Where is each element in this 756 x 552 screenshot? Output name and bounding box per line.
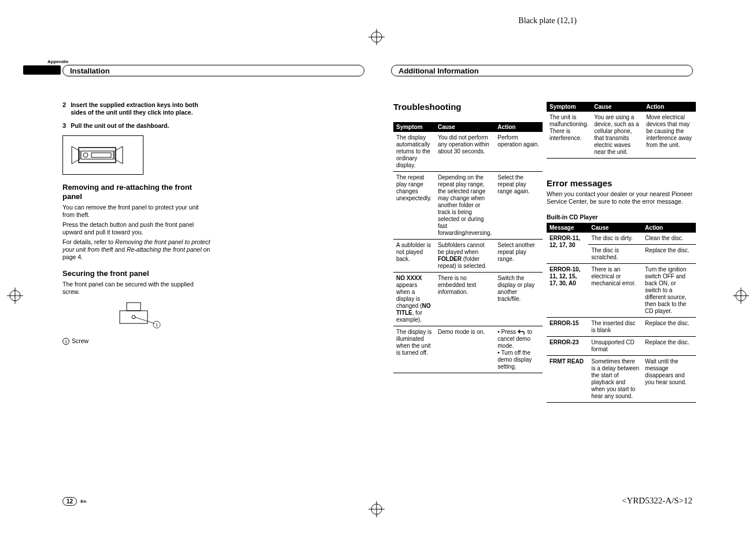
cell: The unit is malfunctioning. There is int… bbox=[547, 112, 591, 159]
cell: Replace the disc. bbox=[642, 245, 696, 264]
cell: Clean the disc. bbox=[642, 233, 696, 245]
step-2-text: Insert the supplied extraction keys into… bbox=[71, 101, 212, 116]
th-action: Action bbox=[495, 122, 543, 132]
back-arrow-icon bbox=[518, 329, 526, 335]
cell: You are using a device, such as a cellul… bbox=[591, 112, 643, 159]
doc-code: <YRD5322-A/S>12 bbox=[622, 496, 692, 506]
screw-callout: 1Screw bbox=[62, 337, 212, 345]
cell: Wait until the message disappears and yo… bbox=[642, 356, 696, 403]
removing-p3i2: Re-attaching the front panel bbox=[127, 246, 202, 253]
step-3-text: Pull the unit out of the dashboard. bbox=[71, 122, 169, 130]
section-additional-text: Additional Information bbox=[399, 67, 479, 75]
section-additional: Additional Information bbox=[391, 65, 693, 76]
svg-text:1: 1 bbox=[156, 322, 158, 327]
cell: Demo mode is on. bbox=[435, 326, 495, 373]
cell: You did not perform any operation within… bbox=[435, 132, 495, 172]
svg-rect-15 bbox=[91, 153, 111, 157]
crop-mark-left bbox=[6, 286, 24, 305]
page-lang: En bbox=[80, 499, 86, 504]
cell: The display automatically returns to the… bbox=[393, 132, 435, 172]
svg-rect-12 bbox=[79, 148, 116, 163]
troubleshooting-table-2: Symptom Cause Action The unit is malfunc… bbox=[547, 102, 696, 159]
cell: There is an electrical or mechanical err… bbox=[588, 264, 642, 318]
table-row: ERROR-23 Unsupported CD format Replace t… bbox=[547, 337, 696, 356]
callout-num: 1 bbox=[62, 338, 69, 345]
table-row: ERROR-15 The inserted disc is blank Repl… bbox=[547, 318, 696, 337]
cell: There is no embedded text information. bbox=[435, 273, 495, 326]
th-symptom: Symptom bbox=[547, 102, 591, 112]
error-messages-sub: When you contact your dealer or your nea… bbox=[547, 190, 696, 205]
table-row: Symptom Cause Action bbox=[393, 122, 543, 132]
page-footer: 12 En bbox=[62, 497, 86, 506]
screw-illustration: 1 bbox=[102, 299, 172, 334]
cell: Switch the display or play another track… bbox=[495, 273, 543, 326]
cell-part: • Press bbox=[497, 329, 518, 335]
error-messages-table: Message Cause Action ERROR-11, 12, 17, 3… bbox=[547, 223, 696, 403]
cell: NO XXXX appears when a display is change… bbox=[393, 273, 435, 326]
table-row: The display automatically returns to the… bbox=[393, 132, 543, 172]
securing-p: The front panel can be secured with the … bbox=[62, 281, 212, 296]
callout-text: Screw bbox=[72, 337, 88, 344]
table-row: The repeat play range changes unexpected… bbox=[393, 172, 543, 240]
cell: ERROR-10, 11, 12, 15, 17, 30, A0 bbox=[547, 264, 588, 318]
th-cause: Cause bbox=[435, 122, 495, 132]
th-symptom: Symptom bbox=[393, 122, 435, 132]
cell: Select another repeat play range. bbox=[495, 240, 543, 273]
table-row: The display is illuminated when the unit… bbox=[393, 326, 543, 373]
section-installation: Installation bbox=[62, 65, 364, 76]
black-tab bbox=[23, 65, 61, 75]
securing-heading: Securing the front panel bbox=[62, 269, 212, 278]
cell-part: Subfolders cannot be played when bbox=[438, 242, 485, 255]
right-column: Symptom Cause Action The unit is malfunc… bbox=[547, 102, 696, 403]
cell: The display is illuminated when the unit… bbox=[393, 326, 435, 373]
cell: Unsupported CD format bbox=[588, 337, 642, 356]
removing-p3b: and bbox=[113, 246, 127, 253]
th-cause: Cause bbox=[588, 223, 642, 233]
table-row: A subfolder is not played back. Subfolde… bbox=[393, 240, 543, 273]
svg-rect-13 bbox=[81, 151, 113, 159]
th-action: Action bbox=[643, 102, 696, 112]
cell-part: • Turn off the demo display setting. bbox=[497, 349, 532, 370]
cell: Sometimes there is a delay between the s… bbox=[588, 356, 642, 403]
error-messages-heading: Error messages bbox=[547, 178, 696, 188]
plate-info: Black plate (12,1) bbox=[518, 16, 577, 25]
cell: Replace the disc. bbox=[642, 318, 696, 337]
svg-point-14 bbox=[83, 153, 88, 157]
player-label: Built-in CD Player bbox=[547, 214, 696, 220]
page-number: 12 bbox=[62, 497, 77, 506]
th-cause: Cause bbox=[591, 102, 643, 112]
cell-part: appears when a display is changed ( bbox=[396, 282, 422, 309]
svg-line-19 bbox=[135, 317, 154, 323]
table-row: FRMT READ Sometimes there is a delay bet… bbox=[547, 356, 696, 403]
cell: Select the repeat play range again. bbox=[495, 172, 543, 240]
cell: Depending on the repeat play range, the … bbox=[435, 172, 495, 240]
removing-p3a: For details, refer to bbox=[62, 238, 115, 245]
cell: Move electrical devices that may be caus… bbox=[643, 112, 696, 159]
cell: ERROR-11, 12, 17, 30 bbox=[547, 233, 588, 264]
crop-mark-bottom bbox=[367, 500, 386, 518]
middle-column: Troubleshooting Symptom Cause Action The… bbox=[393, 102, 543, 373]
table-row: The unit is malfunctioning. There is int… bbox=[547, 112, 696, 159]
cell: • Press to cancel demo mode. • Turn off … bbox=[495, 326, 543, 373]
cell: A subfolder is not played back. bbox=[393, 240, 435, 273]
removing-p2: Press the detach button and push the fro… bbox=[62, 221, 212, 236]
removing-heading: Removing and re-attaching the front pane… bbox=[62, 183, 212, 201]
svg-rect-16 bbox=[120, 311, 147, 323]
cell: The inserted disc is blank bbox=[588, 318, 642, 337]
removing-p3: For details, refer to Removing the front… bbox=[62, 238, 212, 261]
step-2-num: 2 bbox=[62, 101, 66, 116]
svg-rect-17 bbox=[127, 303, 141, 311]
appendix-label: Appendix bbox=[47, 59, 68, 64]
th-message: Message bbox=[547, 223, 588, 233]
table-row: ERROR-11, 12, 17, 30 The disc is dirty. … bbox=[547, 233, 696, 245]
cell-bold: FOLDER bbox=[438, 256, 462, 262]
step-2: 2 Insert the supplied extraction keys in… bbox=[62, 101, 212, 116]
cell: Subfolders cannot be played when FOLDER … bbox=[435, 240, 495, 273]
cell: FRMT READ bbox=[547, 356, 588, 403]
left-column: 2 Insert the supplied extraction keys in… bbox=[62, 101, 212, 345]
step-3-num: 3 bbox=[62, 122, 66, 130]
extraction-illustration bbox=[62, 135, 143, 175]
cell: The disc is scratched. bbox=[588, 245, 642, 264]
step-3: 3 Pull the unit out of the dashboard. bbox=[62, 122, 212, 130]
table-row: NO XXXX appears when a display is change… bbox=[393, 273, 543, 326]
